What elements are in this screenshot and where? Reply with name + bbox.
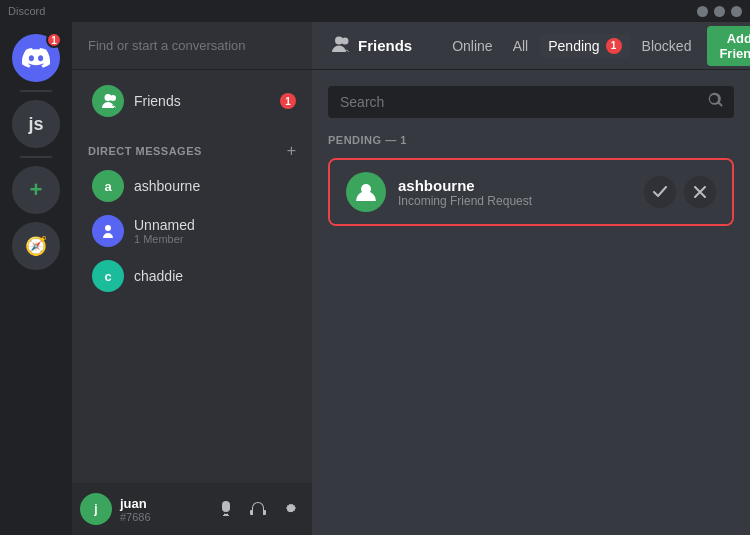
dm-section-header: DIRECT MESSAGES + [72, 127, 312, 163]
pending-ashbourne-actions [644, 176, 716, 208]
ashbourne-avatar: a [92, 170, 124, 202]
pending-items-container: ashbourne Incoming Friend Request [328, 158, 734, 226]
maximize-button[interactable] [714, 6, 725, 17]
top-nav: Friends Online All Pending 1 Blocked Add… [312, 22, 750, 70]
tab-online[interactable]: Online [444, 34, 500, 58]
content-area: PENDING — 1 ashbourne Incoming Friend Re… [312, 70, 750, 535]
server-icon-js[interactable]: js [12, 100, 60, 148]
unnamed-sub: 1 Member [134, 233, 296, 245]
user-info: juan #7686 [120, 496, 204, 523]
deafen-headphones-button[interactable] [244, 495, 272, 523]
title-bar-controls [697, 6, 742, 17]
accept-friend-button[interactable] [644, 176, 676, 208]
server-divider [20, 90, 52, 92]
pending-item-ashbourne: ashbourne Incoming Friend Request [330, 160, 732, 224]
settings-button[interactable] [276, 495, 304, 523]
unnamed-name: Unnamed [134, 217, 296, 233]
mute-microphone-button[interactable] [212, 495, 240, 523]
add-server-icon: + [30, 177, 43, 203]
chaddie-info: chaddie [134, 268, 296, 284]
dm-section-label: DIRECT MESSAGES [88, 145, 202, 157]
friends-nav-icon [328, 36, 350, 56]
friends-label: Friends [134, 93, 270, 109]
app-body: 1 js + 🧭 Find or start a conversation [0, 22, 750, 535]
pending-section-label: PENDING — 1 [328, 134, 734, 146]
add-server-button[interactable]: + [12, 166, 60, 214]
unnamed-avatar [92, 215, 124, 247]
title-bar: Discord [0, 0, 750, 22]
pending-ashbourne-desc: Incoming Friend Request [398, 194, 632, 208]
user-name: juan [120, 496, 204, 511]
tab-pending[interactable]: Pending 1 [540, 34, 629, 58]
user-bar-actions [212, 495, 304, 523]
tab-pending-label: Pending [548, 38, 599, 54]
tab-all[interactable]: All [505, 34, 537, 58]
sidebar-search-header[interactable]: Find or start a conversation [72, 22, 312, 70]
tab-pending-badge: 1 [606, 38, 622, 54]
user-tag: #7686 [120, 511, 204, 523]
home-server-icon[interactable]: 1 [12, 34, 60, 82]
dm-item-chaddie[interactable]: c chaddie [80, 254, 304, 298]
user-avatar: j [80, 493, 112, 525]
home-notification-badge: 1 [46, 32, 62, 48]
title-bar-title: Discord [8, 5, 45, 17]
explore-icon: 🧭 [25, 235, 47, 257]
friends-nav-label: Friends [358, 37, 412, 54]
friends-avatar [92, 85, 124, 117]
add-friend-button[interactable]: Add Friend [707, 26, 750, 66]
pending-ashbourne-name: ashbourne [398, 177, 632, 194]
search-input[interactable] [328, 86, 734, 118]
friends-info: Friends [134, 93, 270, 109]
chaddie-name: chaddie [134, 268, 296, 284]
ashbourne-name: ashbourne [134, 178, 296, 194]
close-button[interactable] [731, 6, 742, 17]
user-avatar-text: j [94, 502, 97, 516]
chaddie-avatar: c [92, 260, 124, 292]
friends-badge: 1 [280, 93, 296, 109]
server-sidebar: 1 js + 🧭 [0, 22, 72, 535]
dm-add-button[interactable]: + [287, 143, 296, 159]
dm-item-unnamed[interactable]: Unnamed 1 Member [80, 209, 304, 253]
channel-sidebar: Find or start a conversation Friends 1 D… [72, 22, 312, 535]
pending-ashbourne-avatar [346, 172, 386, 212]
search-conversation-input[interactable]: Find or start a conversation [88, 38, 296, 53]
sidebar-item-friends[interactable]: Friends 1 [80, 79, 304, 123]
unnamed-info: Unnamed 1 Member [134, 217, 296, 245]
server-js-label: js [28, 114, 43, 135]
minimize-button[interactable] [697, 6, 708, 17]
search-bar-wrapper [328, 86, 734, 118]
dm-item-ashbourne[interactable]: a ashbourne [80, 164, 304, 208]
pending-ashbourne-info: ashbourne Incoming Friend Request [398, 177, 632, 208]
dm-section: Friends 1 DIRECT MESSAGES + a ashbourne [72, 70, 312, 483]
search-icon [708, 92, 724, 112]
server-divider-2 [20, 156, 52, 158]
main-content: Friends Online All Pending 1 Blocked Add… [312, 22, 750, 535]
user-bar: j juan #7686 [72, 483, 312, 535]
tab-blocked[interactable]: Blocked [634, 34, 700, 58]
explore-servers-button[interactable]: 🧭 [12, 222, 60, 270]
ashbourne-info: ashbourne [134, 178, 296, 194]
reject-friend-button[interactable] [684, 176, 716, 208]
